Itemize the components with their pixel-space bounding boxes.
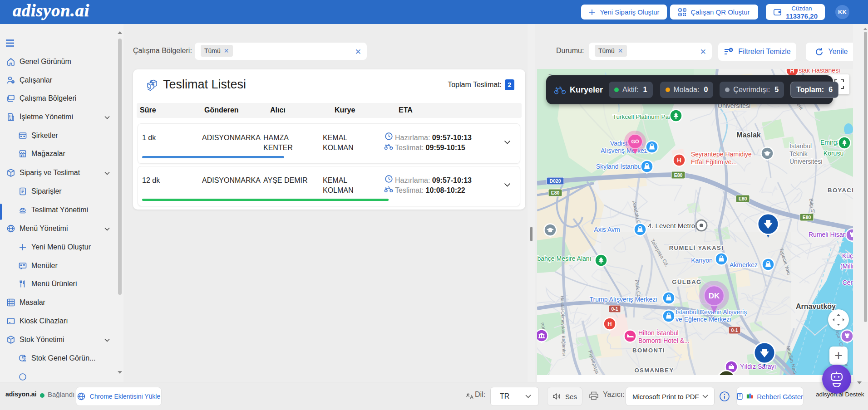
svg-text:D020: D020 (549, 178, 561, 184)
svg-text:Cer: Cer (843, 279, 853, 286)
svg-text:0-1: 0-1 (611, 306, 618, 312)
svg-text:OSMANBEY: OSMANBEY (634, 367, 674, 374)
svg-text:Etfal Eğitim ve...: Etfal Eğitim ve... (691, 158, 737, 166)
svg-text:BOYACIK: BOYACIK (828, 187, 853, 194)
svg-text:Akmerkez: Akmerkez (730, 261, 758, 268)
svg-text:GÖ: GÖ (631, 139, 639, 144)
svg-text:RUMELİ YAKASI: RUMELİ YAKASI (669, 244, 724, 251)
svg-text:Korusu: Korusu (824, 150, 843, 157)
svg-text:Üniversitesi: Üniversitesi (789, 157, 822, 165)
svg-text:ve Eğlence Merkezi: ve Eğlence Merkezi (676, 316, 731, 323)
svg-text:Küçüksu: Küçüksu (842, 252, 853, 259)
svg-text:E80: E80 (551, 190, 560, 195)
svg-text:Maslak: Maslak (736, 131, 760, 139)
svg-text:Yıldız Sarayı: Yıldız Sarayı (740, 363, 776, 370)
svg-text:(Milli Sar: (Milli Sar (840, 263, 853, 270)
svg-text:bahçe Mesire Alanı: bahçe Mesire Alanı (537, 255, 591, 262)
svg-text:H: H (677, 157, 681, 164)
svg-text:H: H (790, 69, 794, 74)
svg-text:E80: E80 (739, 196, 747, 201)
svg-text:H: H (607, 321, 612, 327)
svg-text:Hilton İstanbul: Hilton İstanbul (638, 329, 679, 337)
svg-text:4. Levent Metro: 4. Levent Metro (648, 222, 695, 229)
svg-text:GÜLBAĞ: GÜLBAĞ (672, 278, 701, 285)
svg-text:Teknik: Teknik (789, 150, 808, 157)
svg-text:Bomonti Hotel &...: Bomonti Hotel &... (638, 337, 690, 344)
svg-text:0-1: 0-1 (731, 327, 738, 333)
svg-text:Seyrantepe Hamidiye: Seyrantepe Hamidiye (691, 151, 752, 158)
svg-text:BOMONTI: BOMONTI (632, 347, 665, 354)
svg-text:Arnavutköy: Arnavutköy (796, 303, 836, 310)
svg-text:İstanbul: İstanbul (789, 142, 812, 150)
svg-text:Turkcell Platinum Park: Turkcell Platinum Park (613, 113, 674, 120)
svg-text:Rumeli Hisarı: Rumeli Hisarı (809, 231, 847, 238)
svg-text:E80: E80 (803, 215, 811, 220)
svg-text:Skyland İstanbul: Skyland İstanbul (596, 162, 643, 170)
svg-text:DK: DK (709, 292, 720, 300)
svg-text:Kanyon: Kanyon (691, 257, 712, 264)
svg-text:Trump Alışveriş Merkezi: Trump Alışveriş Merkezi (590, 296, 657, 303)
svg-text:Axis Avm: Axis Avm (594, 226, 620, 233)
svg-text:E80: E80 (674, 172, 683, 178)
